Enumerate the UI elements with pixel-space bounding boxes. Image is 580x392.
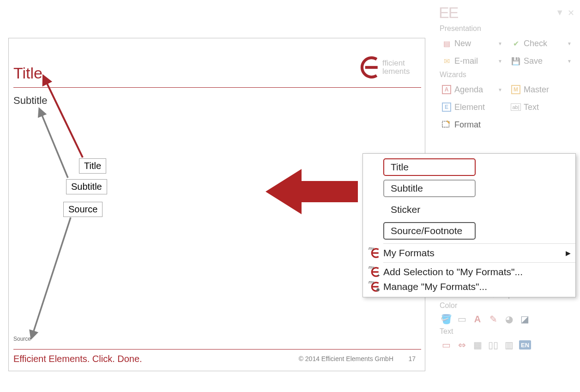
eyedropper-icon[interactable]: ✎: [488, 314, 499, 325]
source-footnote: Source: [13, 336, 31, 342]
agenda-icon: A: [441, 84, 452, 95]
pane-close-icon[interactable]: ✕: [568, 8, 574, 18]
save-button[interactable]: 💾 Save ▼: [508, 53, 574, 69]
color-wheel-icon[interactable]: ◕: [503, 314, 514, 325]
check-icon: ✔: [511, 38, 521, 48]
textbox-icon[interactable]: ▭: [441, 339, 452, 350]
master-icon: M: [511, 84, 521, 95]
section-color: Color: [436, 301, 577, 312]
svg-line-2: [41, 113, 68, 178]
box-subtitle[interactable]: Subtitle: [66, 179, 107, 194]
chevron-down-icon: ▼: [567, 59, 572, 64]
svg-point-10: [376, 288, 380, 291]
menu-title[interactable]: Title: [363, 157, 575, 178]
my-e-icon: my: [369, 248, 381, 258]
section-text: Text: [436, 326, 577, 338]
new-icon: ▤: [441, 38, 452, 48]
text-toolbar: ▭ ⇔ ▦ ▯▯ ▥ EN: [436, 338, 577, 352]
menu-subtitle[interactable]: Subtitle: [363, 178, 575, 199]
check-button[interactable]: ✔ Check ▼: [508, 36, 574, 51]
ee-logo: fficient lements: [356, 55, 421, 80]
menu-manage[interactable]: my Manage "My Formats"...: [363, 279, 575, 294]
footer-page-number: 17: [408, 355, 416, 362]
menu-my-formats[interactable]: my My Formats ▶: [363, 246, 575, 260]
text-wizard-button[interactable]: ab| Text: [508, 99, 574, 115]
footer-copyright: © 2014 Efficient Elements GmbH: [299, 355, 393, 362]
my-e-gear-icon: my: [369, 282, 381, 292]
master-button[interactable]: M Master: [508, 82, 574, 97]
menu-source[interactable]: Source/Footnote: [363, 220, 575, 241]
svg-line-1: [46, 81, 83, 157]
pane-logo: EE: [439, 4, 458, 22]
box-title[interactable]: Title: [79, 158, 106, 174]
element-button[interactable]: E Element: [439, 99, 505, 115]
menu-sticker[interactable]: Sticker: [363, 199, 575, 220]
submenu-arrow-icon: ▶: [566, 249, 571, 257]
footer-rule: [13, 349, 421, 350]
format-button[interactable]: Format: [439, 117, 508, 133]
language-icon[interactable]: EN: [519, 340, 531, 350]
slide-title: Title: [13, 64, 42, 82]
my-e-plus-icon: my+: [369, 267, 381, 277]
title-rule: [13, 87, 421, 88]
svg-line-3: [33, 217, 71, 334]
color-toolbar: 🪣 ▭ A ✎ ◕ ◪: [436, 312, 577, 326]
chevron-down-icon: ▼: [498, 59, 502, 64]
new-button[interactable]: ▤ New ▼: [439, 36, 505, 51]
swatch-icon[interactable]: ◪: [519, 314, 530, 325]
save-icon: 💾: [511, 56, 521, 66]
outline-icon[interactable]: ▭: [456, 314, 467, 325]
box-source[interactable]: Source: [63, 202, 103, 217]
format-popup-menu: Title Subtitle Sticker Source/Footnote m…: [362, 153, 576, 297]
chevron-down-icon: ▼: [498, 41, 502, 46]
menu-add-selection[interactable]: my+ Add Selection to "My Formats"...: [363, 265, 575, 279]
agenda-button[interactable]: A Agenda ▼: [439, 82, 505, 97]
columns-icon[interactable]: ▯▯: [488, 339, 499, 350]
email-button[interactable]: ✉ E-mail ▼: [439, 53, 505, 69]
email-icon: ✉: [441, 56, 452, 66]
fill-icon[interactable]: 🪣: [441, 314, 452, 325]
footer-tagline: Efficient Elements. Click. Done.: [13, 354, 142, 364]
format-icon: [441, 120, 452, 130]
ee-logo-icon: [356, 55, 381, 79]
fit-icon[interactable]: ⇔: [456, 339, 467, 350]
text-icon: ab|: [511, 102, 521, 112]
chevron-down-icon: ▼: [567, 41, 572, 46]
pane-options-icon[interactable]: ▼: [556, 8, 564, 18]
section-presentation: Presentation: [436, 24, 577, 35]
align-icon[interactable]: ▥: [503, 339, 514, 350]
logo-text-top: fficient: [382, 59, 410, 67]
font-color-icon[interactable]: A: [472, 314, 483, 325]
chevron-down-icon: ▼: [498, 87, 502, 92]
slide-subtitle: Subtitle: [13, 95, 47, 107]
svg-text:+: +: [377, 272, 380, 277]
wrap-icon[interactable]: ▦: [472, 339, 483, 350]
logo-text-bottom: lements: [382, 67, 410, 76]
section-wizards: Wizards: [436, 70, 577, 81]
element-icon: E: [441, 102, 452, 112]
